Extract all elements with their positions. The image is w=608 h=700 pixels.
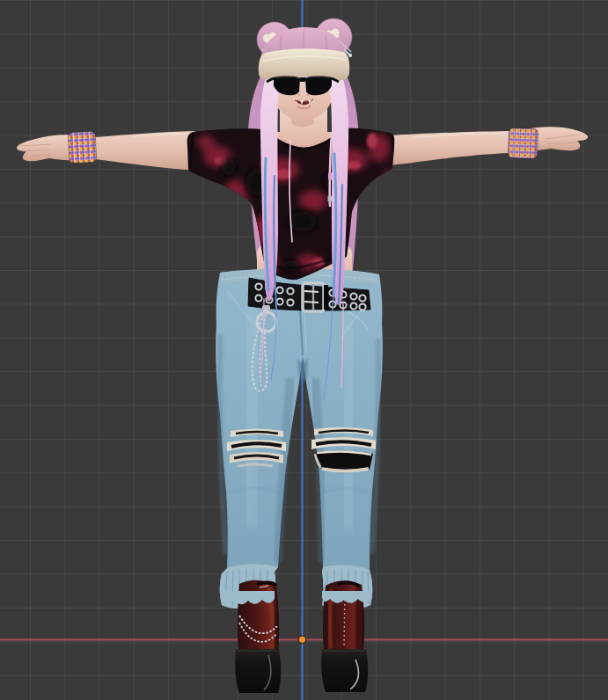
origin-point[interactable] [298, 636, 306, 644]
right-arm [391, 131, 519, 165]
hat [257, 18, 352, 80]
left-arm [84, 131, 195, 171]
jeans [216, 268, 383, 609]
right-bracelet [508, 128, 538, 158]
hat-brim [259, 48, 349, 80]
left-bracelet [68, 131, 97, 164]
viewport-3d[interactable] [0, 0, 608, 700]
shirt [187, 128, 397, 280]
scene-canvas [0, 0, 608, 700]
boots [222, 580, 370, 693]
